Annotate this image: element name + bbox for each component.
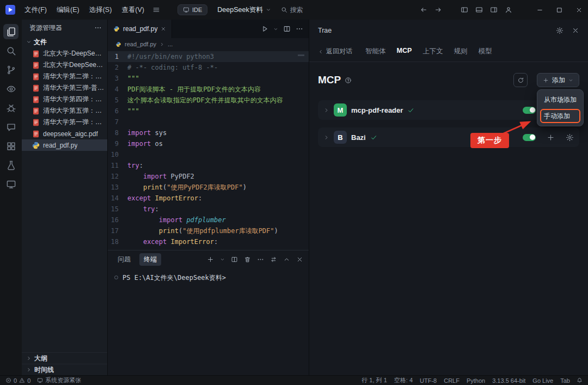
timeline-section[interactable]: 时间线 <box>22 364 107 375</box>
command-decoration <box>114 276 118 279</box>
split-terminal-icon[interactable] <box>231 256 238 263</box>
activity-chat-icon[interactable] <box>3 119 19 135</box>
menu-item[interactable]: 选择(S) <box>84 5 117 15</box>
terminal-profile-icon[interactable] <box>220 257 225 262</box>
minimize-button[interactable] <box>536 7 543 14</box>
status-item[interactable]: 3.13.5 64-bit <box>492 377 525 384</box>
back-to-chat-button[interactable]: 返回对话 <box>318 47 352 56</box>
run-file-icon[interactable] <box>261 25 268 33</box>
help-icon[interactable] <box>345 77 352 84</box>
status-item[interactable]: CRLF <box>444 377 460 384</box>
activity-explorer-icon[interactable] <box>3 24 19 39</box>
activity-debug-icon[interactable] <box>3 100 19 115</box>
file-item[interactable]: read_pdf.py <box>22 139 107 151</box>
terminal-more-icon[interactable] <box>257 256 264 263</box>
status-items: 行 1, 列 1空格: 4UTF-8CRLFPython3.13.5 64-bi… <box>362 376 570 384</box>
activity-remote-icon[interactable] <box>3 176 19 192</box>
breadcrumb-file: read_pdf.py <box>125 41 156 47</box>
panel-tab[interactable]: 模型 <box>479 47 492 56</box>
chevron-right-icon[interactable] <box>323 107 329 113</box>
dropdown-menu-item[interactable]: 手动添加 <box>540 109 580 123</box>
problems-indicator[interactable]: 0 0 <box>5 377 30 384</box>
dropdown-menu-item[interactable]: 从市场添加 <box>540 93 580 107</box>
file-item[interactable]: 北京大学DeepSeek系... <box>22 59 107 71</box>
file-item[interactable]: deepseek_aigc.pdf <box>22 128 107 139</box>
toggle-switch[interactable] <box>523 107 536 114</box>
kill-terminal-icon[interactable] <box>244 256 251 263</box>
editor-more-icon[interactable] <box>296 25 303 33</box>
refresh-button[interactable] <box>513 73 528 87</box>
close-panel-icon[interactable] <box>296 256 303 263</box>
status-item[interactable]: 空格: 4 <box>394 376 413 384</box>
server-settings-icon[interactable] <box>566 133 574 142</box>
activity-preview-icon[interactable] <box>3 81 19 96</box>
global-search[interactable]: 搜索 <box>281 5 303 15</box>
toggle-switch[interactable] <box>523 134 536 141</box>
activity-search-icon[interactable] <box>3 43 19 58</box>
hamburger-menu-icon[interactable] <box>152 6 160 14</box>
nav-forward-icon[interactable] <box>434 6 442 14</box>
panel-tab[interactable]: 智能体 <box>365 47 386 56</box>
resource-warning[interactable]: 系统资源紧张 <box>37 376 81 384</box>
chevron-right-icon[interactable] <box>323 135 329 140</box>
activity-extensions-icon[interactable] <box>3 138 19 154</box>
line-number: 2 <box>108 62 127 73</box>
code-editor[interactable]: 1#!/usr/bin/env python32# -*- coding: ut… <box>108 50 309 250</box>
sidebar-more-icon[interactable] <box>94 24 102 32</box>
server-avatar: M <box>334 103 347 117</box>
outline-section[interactable]: 大纲 <box>22 352 107 364</box>
panel-tab[interactable]: MCP <box>397 47 412 56</box>
panel-tab[interactable]: 规则 <box>454 47 468 56</box>
toggle-secondary-sidebar-icon[interactable] <box>490 6 498 14</box>
move-panel-icon[interactable] <box>270 256 277 263</box>
mcp-server-row[interactable]: BBazi <box>318 127 579 147</box>
panel-close-icon[interactable] <box>572 27 579 34</box>
toggle-panel-icon[interactable] <box>475 6 483 14</box>
ide-badge[interactable]: IDE <box>177 4 207 15</box>
close-window-button[interactable] <box>575 7 583 14</box>
file-item[interactable]: 清华大学第二弹：De... <box>22 71 107 82</box>
pdf-file-icon <box>32 107 40 115</box>
status-item[interactable]: Tab <box>560 377 570 384</box>
menu-item[interactable]: 文件(F) <box>20 5 52 15</box>
toggle-sidebar-icon[interactable] <box>461 6 468 14</box>
file-item[interactable]: 清华大学第一弹：De... <box>22 117 107 128</box>
nav-back-icon[interactable] <box>420 6 427 14</box>
editor-area: read_pdf.py read_pdf.py ... 1#!/usr/bin/… <box>108 20 309 375</box>
panel-tab[interactable]: 终端 <box>139 253 161 266</box>
menu-item[interactable]: 查看(V) <box>117 5 149 15</box>
status-item[interactable]: UTF-8 <box>420 377 437 384</box>
editor-tab[interactable]: read_pdf.py <box>108 20 172 38</box>
project-switcher[interactable]: DeepSeek资料 <box>217 5 271 15</box>
add-mcp-button[interactable]: 添加 <box>537 73 579 87</box>
status-item[interactable]: Go Live <box>532 377 553 384</box>
add-tool-icon[interactable] <box>547 133 555 142</box>
activity-source-control-icon[interactable] <box>3 62 19 77</box>
maximize-button[interactable] <box>556 7 563 14</box>
app-logo[interactable] <box>5 5 15 15</box>
status-item[interactable]: Python <box>467 377 485 384</box>
run-options-icon[interactable] <box>273 27 278 32</box>
panel-settings-icon[interactable] <box>556 27 564 34</box>
line-number: 12 <box>108 171 127 182</box>
close-tab-icon[interactable] <box>161 26 166 32</box>
files-section-header[interactable]: 文件 <box>22 36 107 48</box>
file-item[interactable]: 清华大学第五弹：De... <box>22 105 107 117</box>
menu-item[interactable]: 编辑(E) <box>52 5 84 15</box>
check-icon <box>407 107 414 114</box>
file-item[interactable]: 北京大学-DeepSeek... <box>22 48 107 59</box>
panel-tab[interactable]: 问题 <box>113 253 135 266</box>
panel-tab[interactable]: 上下文 <box>422 47 443 56</box>
breadcrumb[interactable]: read_pdf.py ... <box>108 38 309 50</box>
line-number: 4 <box>108 84 127 95</box>
notifications-bell-icon[interactable] <box>577 377 583 383</box>
file-item[interactable]: 清华大学第三弹-普通... <box>22 82 107 94</box>
status-item[interactable]: 行 1, 列 1 <box>362 376 387 384</box>
activity-testing-icon[interactable] <box>3 157 19 173</box>
file-item[interactable]: 清华大学第四弹：De... <box>22 94 107 105</box>
account-icon[interactable] <box>505 6 512 14</box>
maximize-panel-icon[interactable] <box>283 256 290 263</box>
split-editor-icon[interactable] <box>283 25 291 33</box>
terminal-output[interactable]: PS E:\AI文件夹\DeepSeek资料> <box>108 268 309 375</box>
new-terminal-icon[interactable] <box>207 256 214 263</box>
